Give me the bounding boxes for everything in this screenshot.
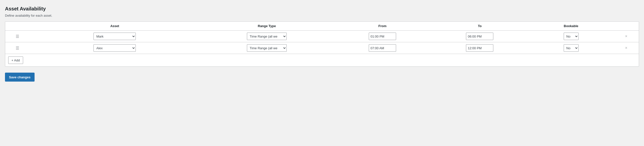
to-cell-0 (431, 30, 528, 42)
remove-cell-1: × (614, 42, 639, 54)
to-cell-1 (431, 42, 528, 54)
col-header-to: To (431, 22, 528, 30)
range-type-cell-1: Time Range (all we (200, 42, 334, 54)
from-input-0[interactable] (369, 32, 396, 40)
table-row: ☰ Mark Time Range (all we No Yes (5, 30, 639, 42)
to-input-0[interactable] (466, 32, 493, 40)
save-changes-button[interactable]: Save changes (5, 73, 34, 82)
range-type-select-1[interactable]: Time Range (all we (247, 44, 287, 52)
availability-table: Asset Range Type From To Bookable ☰ Mark… (5, 22, 639, 66)
col-header-drag (5, 22, 30, 30)
from-cell-1 (334, 42, 431, 54)
asset-select-0[interactable]: Mark (94, 32, 136, 40)
from-input-1[interactable] (369, 44, 396, 52)
bookable-cell-0: No Yes (528, 30, 614, 42)
range-type-cell-0: Time Range (all we (200, 30, 334, 42)
page-description: Define availability for each asset. (5, 14, 639, 18)
col-header-asset: Asset (30, 22, 200, 30)
remove-button-1[interactable]: × (624, 46, 629, 50)
from-cell-0 (334, 30, 431, 42)
remove-button-0[interactable]: × (624, 34, 629, 39)
col-header-action (614, 22, 639, 30)
remove-cell-0: × (614, 30, 639, 42)
col-header-bookable: Bookable (528, 22, 614, 30)
availability-table-wrapper: Asset Range Type From To Bookable ☰ Mark… (5, 22, 639, 67)
page-title: Asset Availability (5, 6, 639, 12)
range-type-select-0[interactable]: Time Range (all we (247, 32, 287, 40)
drag-handle[interactable]: ☰ (5, 30, 30, 42)
col-header-from: From (334, 22, 431, 30)
asset-cell-1: Alex (30, 42, 200, 54)
bookable-select-1[interactable]: No Yes (564, 44, 578, 52)
bookable-cell-1: No Yes (528, 42, 614, 54)
add-row: + Add (5, 54, 639, 67)
asset-cell-0: Mark (30, 30, 200, 42)
drag-handle[interactable]: ☰ (5, 42, 30, 54)
to-input-1[interactable] (466, 44, 493, 52)
asset-select-1[interactable]: Alex (94, 44, 136, 52)
col-header-range-type: Range Type (200, 22, 334, 30)
table-row: ☰ Alex Time Range (all we No Yes (5, 42, 639, 54)
add-button[interactable]: + Add (8, 56, 23, 64)
bookable-select-0[interactable]: No Yes (564, 32, 578, 40)
